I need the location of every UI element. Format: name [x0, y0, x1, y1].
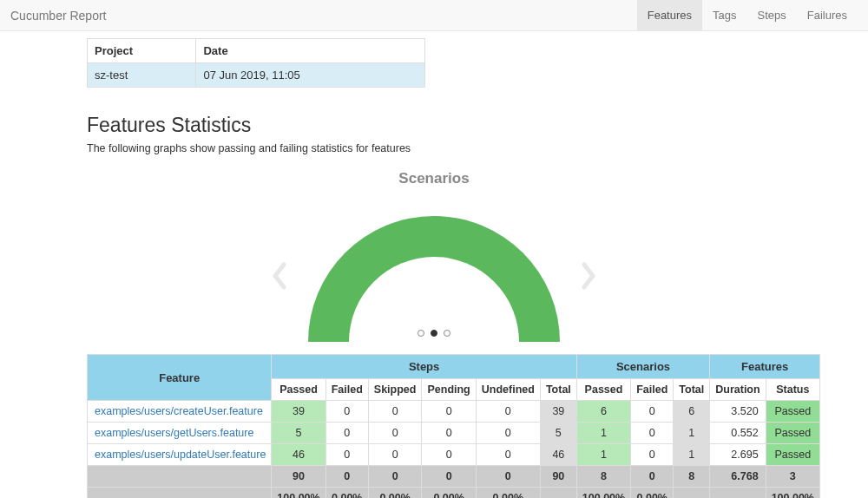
- meta-table: Project Date sz-test 07 Jun 2019, 11:05: [87, 38, 425, 88]
- navbar-brand[interactable]: Cucumber Report: [10, 9, 107, 23]
- carousel-title: Scenarios: [87, 170, 781, 187]
- col-status: Status: [766, 379, 819, 401]
- col-steps-undefined: Undefined: [476, 379, 540, 401]
- carousel-dot[interactable]: [418, 330, 424, 337]
- col-steps-skipped: Skipped: [368, 379, 422, 401]
- carousel-next-icon[interactable]: [578, 261, 599, 291]
- col-steps-pending: Pending: [422, 379, 476, 401]
- col-scen-total: Total: [674, 379, 710, 401]
- nav-item-failures[interactable]: Failures: [797, 0, 858, 30]
- stats-table: Feature Steps Scenarios Features Passed …: [87, 354, 820, 498]
- donut-chart: [87, 194, 781, 342]
- col-steps-failed: Failed: [326, 379, 368, 401]
- meta-header-date: Date: [196, 39, 425, 63]
- page-title: Features Statistics: [87, 114, 781, 137]
- page-subtitle: The following graphs show passing and fa…: [87, 142, 781, 154]
- col-steps-total: Total: [540, 379, 576, 401]
- donut-arc: [308, 216, 560, 342]
- meta-header-project: Project: [88, 39, 196, 63]
- col-group-steps: Steps: [272, 355, 576, 379]
- carousel-dots: [87, 330, 781, 337]
- nav-items: Features Tags Steps Failures: [637, 0, 858, 30]
- col-group-scenarios: Scenarios: [576, 355, 709, 379]
- carousel-dot[interactable]: [444, 330, 450, 337]
- col-group-features: Features: [710, 355, 820, 379]
- nav-item-steps[interactable]: Steps: [747, 0, 797, 30]
- feature-link[interactable]: examples/users/getUsers.feature: [95, 427, 253, 439]
- carousel-dot[interactable]: [431, 330, 437, 337]
- col-scen-failed: Failed: [631, 379, 674, 401]
- nav-item-features[interactable]: Features: [637, 0, 702, 30]
- carousel: Scenarios: [87, 170, 781, 342]
- navbar: Cucumber Report Features Tags Steps Fail…: [0, 0, 868, 31]
- col-duration: Duration: [710, 379, 766, 401]
- feature-cell: examples/users/getUsers.feature: [88, 423, 272, 444]
- table-row: examples/users/updateUser.feature4600004…: [88, 444, 820, 466]
- feature-cell: examples/users/updateUser.feature: [88, 444, 272, 466]
- feature-cell: examples/users/createUser.feature: [88, 401, 272, 423]
- col-scen-passed: Passed: [576, 379, 630, 401]
- meta-date: 07 Jun 2019, 11:05: [196, 63, 425, 88]
- feature-link[interactable]: examples/users/createUser.feature: [95, 405, 263, 417]
- col-feature: Feature: [88, 355, 272, 401]
- table-row: examples/users/createUser.feature3900003…: [88, 401, 820, 423]
- col-steps-passed: Passed: [272, 379, 326, 401]
- nav-item-tags[interactable]: Tags: [702, 0, 746, 30]
- table-row: examples/users/getUsers.feature500005101…: [88, 423, 820, 444]
- meta-project: sz-test: [88, 63, 196, 88]
- carousel-prev-icon[interactable]: [269, 261, 290, 291]
- feature-link[interactable]: examples/users/updateUser.feature: [95, 449, 266, 461]
